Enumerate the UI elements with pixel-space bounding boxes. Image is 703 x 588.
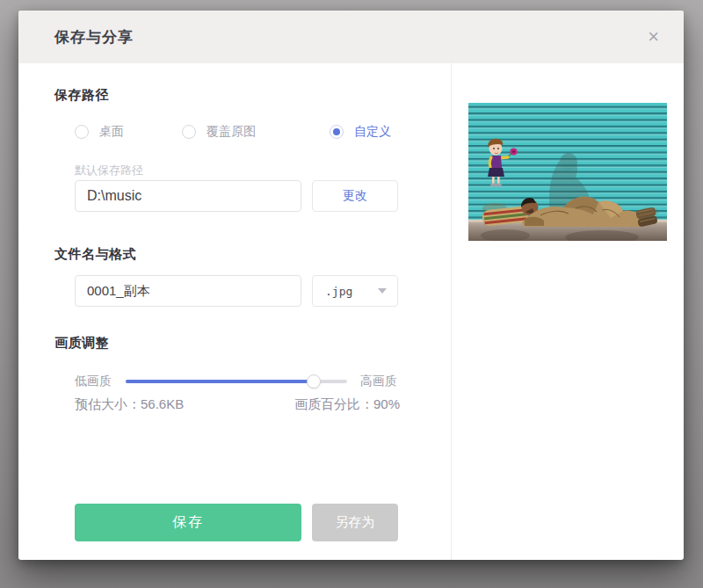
radio-label: 桌面: [99, 124, 124, 140]
preview-photo: [468, 103, 667, 241]
save-path-section-title: 保存路径: [54, 87, 109, 104]
close-icon[interactable]: ×: [648, 27, 659, 47]
radio-label: 覆盖原图: [207, 124, 256, 140]
radio-option-overwrite-original[interactable]: 覆盖原图: [182, 124, 256, 140]
quality-section-title: 画质调整: [54, 335, 109, 352]
save-as-button[interactable]: 另存为: [312, 504, 398, 541]
radio-icon: [75, 125, 89, 139]
radio-label: 自定义: [354, 124, 391, 140]
radio-option-custom[interactable]: 自定义: [330, 124, 391, 140]
filename-input[interactable]: [75, 275, 301, 307]
save-share-dialog: 保存与分享 × 保存路径 桌面 覆盖原图 自定义 默认保存路径 更改 文件名与格…: [18, 11, 684, 560]
quality-percent-value: 90%: [373, 396, 400, 411]
estimated-size-value: 56.6KB: [141, 396, 184, 411]
quality-high-label: 高画质: [360, 374, 397, 389]
dialog-body: 保存路径 桌面 覆盖原图 自定义 默认保存路径 更改 文件名与格式 .jpg 画…: [18, 63, 684, 560]
chevron-down-icon: [378, 288, 387, 294]
vertical-divider: [451, 63, 452, 560]
radio-option-desktop[interactable]: 桌面: [75, 124, 124, 140]
quality-slider[interactable]: [126, 380, 347, 383]
default-path-label: 默认保存路径: [75, 163, 143, 178]
save-button[interactable]: 保存: [75, 504, 301, 541]
quality-percent-text: 画质百分比：90%: [233, 396, 400, 413]
save-path-input[interactable]: [75, 180, 301, 212]
format-dropdown[interactable]: .jpg: [312, 275, 398, 307]
change-path-button[interactable]: 更改: [312, 180, 398, 212]
estimated-size-label: 预估大小：: [75, 396, 141, 411]
dialog-title: 保存与分享: [54, 27, 134, 47]
format-value: .jpg: [325, 285, 352, 298]
quality-low-label: 低画质: [75, 374, 112, 389]
quality-slider-thumb[interactable]: [307, 374, 321, 388]
radio-icon: [182, 125, 196, 139]
filename-section-title: 文件名与格式: [54, 246, 136, 263]
quality-slider-fill: [126, 380, 314, 383]
quality-percent-label: 画质百分比：: [294, 396, 373, 411]
dialog-header: 保存与分享 ×: [18, 11, 684, 63]
radio-icon: [330, 125, 344, 139]
estimated-size-text: 预估大小：56.6KB: [75, 396, 184, 413]
image-preview: [468, 103, 667, 241]
